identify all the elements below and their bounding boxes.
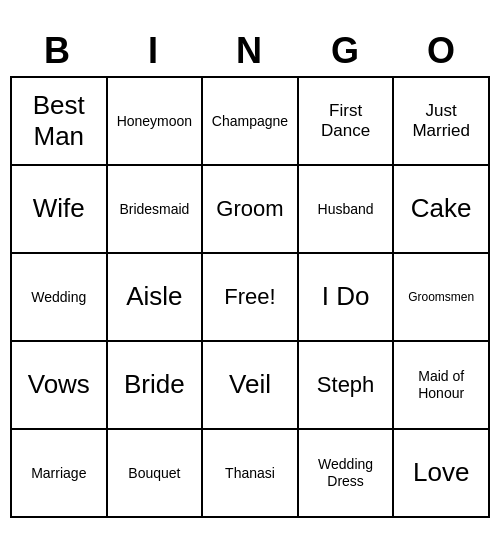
cell-text-r3-c4: Maid of Honour — [398, 368, 484, 402]
cell-text-r0-c1: Honeymoon — [117, 113, 193, 130]
cell-text-r4-c4: Love — [413, 457, 469, 488]
cell-text-r3-c0: Vows — [28, 369, 90, 400]
cell-text-r0-c0: Best Man — [16, 90, 102, 152]
cell-r4-c2: Thanasi — [203, 430, 299, 518]
header-letter-I: I — [106, 26, 202, 76]
cell-text-r2-c2: Free! — [224, 284, 275, 310]
cell-text-r2-c3: I Do — [322, 281, 370, 312]
bingo-card: BINGO Best ManHoneymoonChampagneFirst Da… — [10, 26, 490, 518]
cell-r0-c0: Best Man — [12, 78, 108, 166]
cell-r4-c4: Love — [394, 430, 490, 518]
header-letter-G: G — [298, 26, 394, 76]
cell-text-r3-c1: Bride — [124, 369, 185, 400]
cell-text-r0-c4: Just Married — [398, 101, 484, 142]
cell-r3-c3: Steph — [299, 342, 395, 430]
cell-text-r1-c4: Cake — [411, 193, 472, 224]
cell-r1-c3: Husband — [299, 166, 395, 254]
cell-text-r1-c2: Groom — [216, 196, 283, 222]
cell-text-r0-c2: Champagne — [212, 113, 288, 130]
cell-r1-c0: Wife — [12, 166, 108, 254]
cell-r1-c4: Cake — [394, 166, 490, 254]
header-letter-B: B — [10, 26, 106, 76]
cell-r2-c4: Groomsmen — [394, 254, 490, 342]
cell-r3-c0: Vows — [12, 342, 108, 430]
cell-text-r0-c3: First Dance — [303, 101, 389, 142]
cell-text-r4-c3: Wedding Dress — [303, 456, 389, 490]
cell-r1-c1: Bridesmaid — [108, 166, 204, 254]
cell-r0-c1: Honeymoon — [108, 78, 204, 166]
header-letter-O: O — [394, 26, 490, 76]
cell-r0-c2: Champagne — [203, 78, 299, 166]
cell-r0-c3: First Dance — [299, 78, 395, 166]
cell-r4-c0: Marriage — [12, 430, 108, 518]
cell-text-r1-c1: Bridesmaid — [119, 201, 189, 218]
cell-r4-c3: Wedding Dress — [299, 430, 395, 518]
cell-text-r1-c3: Husband — [318, 201, 374, 218]
cell-text-r1-c0: Wife — [33, 193, 85, 224]
cell-text-r4-c1: Bouquet — [128, 465, 180, 482]
cell-text-r4-c2: Thanasi — [225, 465, 275, 482]
cell-r3-c1: Bride — [108, 342, 204, 430]
cell-r3-c2: Veil — [203, 342, 299, 430]
cell-r3-c4: Maid of Honour — [394, 342, 490, 430]
cell-text-r3-c2: Veil — [229, 369, 271, 400]
bingo-header: BINGO — [10, 26, 490, 76]
cell-r2-c3: I Do — [299, 254, 395, 342]
cell-r2-c2: Free! — [203, 254, 299, 342]
cell-r2-c0: Wedding — [12, 254, 108, 342]
cell-r4-c1: Bouquet — [108, 430, 204, 518]
cell-r0-c4: Just Married — [394, 78, 490, 166]
bingo-grid: Best ManHoneymoonChampagneFirst DanceJus… — [10, 76, 490, 518]
cell-text-r2-c4: Groomsmen — [408, 290, 474, 304]
cell-text-r2-c0: Wedding — [31, 289, 86, 306]
cell-text-r3-c3: Steph — [317, 372, 375, 398]
header-letter-N: N — [202, 26, 298, 76]
cell-text-r4-c0: Marriage — [31, 465, 86, 482]
cell-r2-c1: Aisle — [108, 254, 204, 342]
cell-r1-c2: Groom — [203, 166, 299, 254]
cell-text-r2-c1: Aisle — [126, 281, 182, 312]
